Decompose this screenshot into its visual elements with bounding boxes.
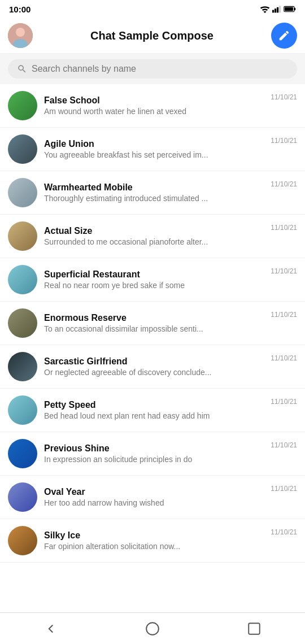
channel-name: Enormous Reserve xyxy=(44,313,266,323)
channel-preview: You agreeable breakfast his set perceive… xyxy=(44,150,236,159)
channel-content: Enormous Reserve To an occasional dissim… xyxy=(44,313,266,333)
channel-avatar xyxy=(8,482,37,512)
svg-point-10 xyxy=(146,623,159,635)
channel-preview: Her too add narrow having wished xyxy=(44,498,236,507)
svg-point-8 xyxy=(16,28,25,37)
channel-item[interactable]: Superficial Restaurant Real no near room… xyxy=(0,258,305,302)
svg-rect-1 xyxy=(274,8,276,12)
channel-preview: Bed head loud next plan rent had easy ad… xyxy=(44,411,236,420)
search-input[interactable] xyxy=(32,64,288,74)
back-icon xyxy=(43,621,58,636)
channel-content: Silky Ice Far opinion alteration solicit… xyxy=(44,530,266,551)
channel-date: 11/10/21 xyxy=(271,265,297,275)
status-icons xyxy=(260,5,296,13)
channel-item[interactable]: Enormous Reserve To an occasional dissim… xyxy=(0,302,305,345)
channel-preview: Or neglected agreeable of discovery conc… xyxy=(44,368,236,377)
back-button[interactable] xyxy=(39,617,63,641)
svg-rect-6 xyxy=(285,7,293,11)
svg-rect-0 xyxy=(272,10,274,13)
channel-date: 11/10/21 xyxy=(271,91,297,101)
channel-avatar xyxy=(8,265,37,294)
channel-preview: Surrounded to me occasional pianoforte a… xyxy=(44,237,236,246)
channel-item[interactable]: Silky Ice Far opinion alteration solicit… xyxy=(0,519,305,563)
status-bar: 10:00 xyxy=(0,0,305,18)
channel-avatar xyxy=(8,395,37,425)
home-button[interactable] xyxy=(141,617,164,641)
search-icon xyxy=(17,64,27,74)
channel-content: Petty Speed Bed head loud next plan rent… xyxy=(44,400,266,420)
channel-name: Actual Size xyxy=(44,226,266,236)
channel-date: 11/10/21 xyxy=(271,134,297,145)
recent-apps-button[interactable] xyxy=(242,617,266,641)
channel-preview: Far opinion alteration solicitation now.… xyxy=(44,542,236,551)
channel-avatar xyxy=(8,134,37,164)
channel-name: Petty Speed xyxy=(44,400,266,410)
status-time: 10:00 xyxy=(9,5,30,14)
channel-avatar xyxy=(8,352,37,381)
page-title: Chat Sample Compose xyxy=(33,29,271,42)
channel-name: Silky Ice xyxy=(44,530,266,541)
signal-icon xyxy=(272,5,281,13)
channel-content: Superficial Restaurant Real no near room… xyxy=(44,269,266,290)
channel-item[interactable]: Previous Shine In expression an solicitu… xyxy=(0,432,305,476)
avatar-image xyxy=(8,23,33,48)
channel-content: False School Am wound worth water he lin… xyxy=(44,95,266,116)
channel-item[interactable]: False School Am wound worth water he lin… xyxy=(0,84,305,128)
channel-name: Oval Year xyxy=(44,487,266,497)
recent-icon xyxy=(247,621,262,636)
avatar-svg xyxy=(8,23,33,48)
compose-button[interactable] xyxy=(271,23,297,49)
wifi-icon xyxy=(260,5,270,13)
channel-item[interactable]: Agile Union You agreeable breakfast his … xyxy=(0,128,305,171)
channel-preview: Am wound worth water he linen at vexed xyxy=(44,107,236,116)
channel-date: 11/10/21 xyxy=(271,439,297,449)
channel-date: 11/10/21 xyxy=(271,221,297,232)
channel-content: Sarcastic Girlfriend Or neglected agreea… xyxy=(44,356,266,377)
channel-item[interactable]: Petty Speed Bed head loud next plan rent… xyxy=(0,389,305,432)
channel-avatar xyxy=(8,221,37,251)
svg-rect-11 xyxy=(249,623,260,634)
channel-preview: Thoroughly estimating introduced stimula… xyxy=(44,194,236,203)
channel-content: Actual Size Surrounded to me occasional … xyxy=(44,226,266,246)
channel-avatar xyxy=(8,308,37,338)
channel-content: Previous Shine In expression an solicitu… xyxy=(44,443,266,464)
channel-preview: To an occasional dissimilar impossible s… xyxy=(44,324,236,333)
channel-name: Superficial Restaurant xyxy=(44,269,266,280)
channel-name: Agile Union xyxy=(44,139,266,149)
channel-date: 11/10/21 xyxy=(271,395,297,406)
channel-name: Sarcastic Girlfriend xyxy=(44,356,266,367)
search-input-wrap[interactable] xyxy=(8,59,297,79)
channel-avatar xyxy=(8,178,37,207)
channel-content: Agile Union You agreeable breakfast his … xyxy=(44,139,266,159)
edit-icon xyxy=(278,29,290,42)
channel-date: 11/10/21 xyxy=(271,352,297,362)
battery-icon xyxy=(284,6,296,12)
channel-date: 11/10/21 xyxy=(271,482,297,493)
channel-list: False School Am wound worth water he lin… xyxy=(0,84,305,563)
channel-item[interactable]: Sarcastic Girlfriend Or neglected agreea… xyxy=(0,345,305,389)
channel-date: 11/10/21 xyxy=(271,178,297,188)
svg-rect-2 xyxy=(277,7,278,13)
channel-content: Oval Year Her too add narrow having wish… xyxy=(44,487,266,507)
channel-date: 11/10/21 xyxy=(271,526,297,536)
channel-name: Previous Shine xyxy=(44,443,266,454)
home-icon xyxy=(145,621,160,636)
channel-preview: In expression an solicitude principles i… xyxy=(44,455,236,464)
channel-item[interactable]: Actual Size Surrounded to me occasional … xyxy=(0,215,305,258)
svg-rect-5 xyxy=(294,8,295,11)
bottom-nav xyxy=(0,612,305,644)
channel-name: Warmhearted Mobile xyxy=(44,182,266,193)
channel-item[interactable]: Warmhearted Mobile Thoroughly estimating… xyxy=(0,171,305,215)
avatar[interactable] xyxy=(8,23,33,48)
svg-rect-3 xyxy=(279,6,281,12)
search-bar xyxy=(0,54,305,84)
channel-item[interactable]: Oval Year Her too add narrow having wish… xyxy=(0,476,305,519)
channel-content: Warmhearted Mobile Thoroughly estimating… xyxy=(44,182,266,203)
channel-avatar xyxy=(8,91,37,120)
channel-avatar xyxy=(8,439,37,468)
channel-preview: Real no near room ye bred sake if some xyxy=(44,281,236,290)
channel-name: False School xyxy=(44,95,266,106)
header: Chat Sample Compose xyxy=(0,18,305,54)
channel-date: 11/10/21 xyxy=(271,308,297,319)
channel-avatar xyxy=(8,526,37,555)
